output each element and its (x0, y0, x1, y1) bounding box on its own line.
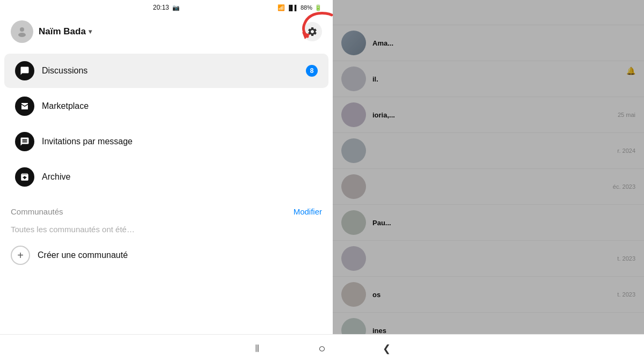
archive-label: Archive (42, 172, 70, 182)
create-community-label: Créer une communauté (38, 250, 128, 260)
menu-item-marketplace[interactable]: Marketplace (4, 89, 328, 123)
user-profile-area[interactable]: Naïm Bada ▾ (11, 20, 92, 43)
camera-icon: 📷 (172, 4, 180, 11)
status-bar: 20:13 📷 📶 ▐▌▌ 88% 🔋 (0, 0, 333, 15)
nav-home-button[interactable]: ○ (311, 341, 333, 357)
user-avatar (11, 20, 33, 43)
svg-point-1 (18, 33, 26, 37)
communities-empty-text: Toutes les communautés ont été… (11, 223, 322, 240)
status-bar-indicators: 📶 ▐▌▌ 88% 🔋 (277, 4, 322, 11)
marketplace-label: Marketplace (42, 101, 89, 111)
wifi-icon: 📶 (277, 4, 285, 11)
nav-menu-button[interactable]: ⦀ (247, 341, 268, 357)
invitations-icon (15, 132, 34, 151)
communities-header: Communautés Modifier (11, 207, 322, 216)
time-display: 20:13 (153, 4, 169, 11)
battery-indicator: 88% (301, 4, 312, 11)
menu-item-invitations[interactable]: Invitations par message (4, 124, 328, 159)
create-community-button[interactable]: + Créer une communauté (11, 240, 322, 270)
drawer-panel: 20:13 📷 📶 ▐▌▌ 88% 🔋 Naïm Bada ▾ (0, 0, 333, 362)
signal-icon: ▐▌▌ (287, 5, 298, 11)
battery-icon: 🔋 (314, 4, 322, 11)
plus-icon: + (11, 246, 30, 265)
bottom-nav-bar: ⦀ ○ ❮ (0, 334, 644, 362)
invitations-label: Invitations par message (42, 137, 133, 146)
menu-item-discussions[interactable]: Discussions 8 (4, 54, 328, 88)
communities-section: Communautés Modifier Toutes les communau… (0, 198, 333, 275)
svg-point-0 (20, 27, 24, 32)
archive-icon (15, 167, 34, 187)
marketplace-icon (15, 97, 34, 116)
status-bar-time: 20:13 📷 (153, 4, 180, 11)
menu-item-archive[interactable]: Archive (4, 160, 328, 194)
chevron-down-icon: ▾ (89, 28, 92, 35)
discussions-icon (15, 61, 34, 80)
communities-modifier-button[interactable]: Modifier (294, 207, 322, 216)
discussions-badge: 8 (306, 65, 318, 77)
user-name-display[interactable]: Naïm Bada ▾ (39, 26, 92, 37)
nav-back-button[interactable]: ❮ (376, 341, 397, 357)
settings-button[interactable] (303, 22, 322, 41)
drawer-menu: Discussions 8 Marketplace Invitations pa… (0, 49, 333, 198)
discussions-label: Discussions (42, 66, 87, 76)
communities-title: Communautés (11, 207, 63, 216)
